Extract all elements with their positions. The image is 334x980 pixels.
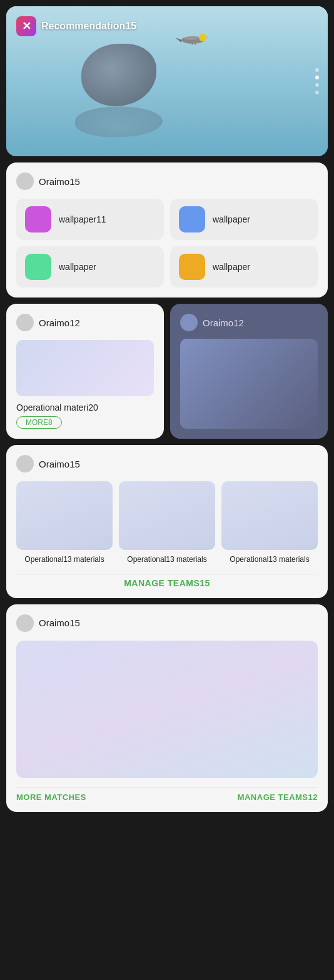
svg-marker-3 (175, 38, 181, 42)
hero-dot-2 (315, 76, 319, 79)
manage-teams-button[interactable]: MANAGE TEAMS15 (16, 574, 318, 588)
card-header-right: Oraimo12 (180, 314, 318, 331)
card-title-right: Oraimo12 (203, 318, 244, 328)
hero-label: ✕ Recommendation15 (16, 16, 136, 36)
card-title-teams: Oraimo15 (39, 459, 80, 469)
teams-card: Oraimo15 Operational13 materials Operati… (6, 445, 328, 598)
team-preview-3 (221, 481, 318, 550)
hero-app-icon: ✕ (16, 16, 36, 36)
wallpaper-card: Oraimo15 wallpaper11 wallpaper wallpaper… (6, 162, 328, 298)
card-header-matches: Oraimo15 (16, 614, 318, 632)
hero-pagination-dots (315, 68, 319, 94)
avatar-matches (16, 614, 34, 632)
wallpaper-thumb-3 (25, 254, 51, 280)
manage-teams-matches-button[interactable]: MANAGE TEAMS12 (238, 792, 318, 802)
card-title-1: Oraimo15 (39, 176, 80, 187)
material-card-left: Oraimo12 Operational materi20 MORE8 (6, 304, 164, 439)
avatar-left (16, 314, 34, 331)
hero-dot-1 (315, 68, 319, 72)
wallpaper-grid: wallpaper11 wallpaper wallpaper wallpape… (16, 199, 318, 288)
more-button-left[interactable]: MORE8 (16, 416, 62, 429)
hero-water (6, 100, 328, 156)
wallpaper-item-3[interactable]: wallpaper (16, 246, 164, 288)
avatar-1 (16, 172, 34, 190)
hero-dot-3 (315, 83, 319, 87)
wallpaper-item-1[interactable]: wallpaper11 (16, 199, 164, 240)
card-header-left: Oraimo12 (16, 314, 154, 331)
team-item-1[interactable]: Operational13 materials (16, 481, 113, 565)
svg-line-6 (195, 44, 196, 45)
card-title-matches: Oraimo15 (39, 618, 80, 628)
team-item-3[interactable]: Operational13 materials (221, 481, 318, 565)
wallpaper-item-2[interactable]: wallpaper (170, 199, 318, 240)
hero-dot-4 (315, 91, 319, 94)
matches-actions: MORE MATCHES MANAGE TEAMS12 (16, 787, 318, 802)
material-label: Operational materi20 (16, 402, 154, 412)
hero-bird (175, 30, 213, 45)
wallpaper-item-4[interactable]: wallpaper (170, 246, 318, 288)
team-label-3: Operational13 materials (230, 555, 309, 565)
avatar-teams (16, 455, 34, 472)
teams-grid: Operational13 materials Operational13 ma… (16, 481, 318, 565)
more-matches-button[interactable]: MORE MATCHES (16, 792, 86, 802)
dark-card-right: Oraimo12 (170, 304, 328, 439)
wallpaper-thumb-1 (25, 206, 51, 232)
card-header-teams: Oraimo15 (16, 455, 318, 472)
svg-point-1 (199, 34, 206, 41)
wallpaper-name-3: wallpaper (59, 262, 96, 272)
material-preview-left (16, 340, 154, 396)
team-preview-1 (16, 481, 113, 550)
matches-preview (16, 641, 318, 778)
card-header-1: Oraimo15 (16, 172, 318, 190)
wallpaper-name-4: wallpaper (213, 262, 250, 272)
team-label-1: Operational13 materials (24, 555, 104, 565)
svg-marker-2 (206, 37, 210, 38)
hero-title: Recommendation15 (41, 21, 136, 32)
matches-card: Oraimo15 MORE MATCHES MANAGE TEAMS12 (6, 604, 328, 812)
two-col-section: Oraimo12 Operational materi20 MORE8 Orai… (6, 304, 328, 439)
wallpaper-thumb-2 (179, 206, 205, 232)
wallpaper-name-2: wallpaper (213, 214, 250, 224)
team-preview-2 (119, 481, 215, 550)
card-title-left: Oraimo12 (39, 318, 80, 328)
team-item-2[interactable]: Operational13 materials (119, 481, 215, 565)
team-label-2: Operational13 materials (127, 555, 206, 565)
dark-preview (180, 339, 318, 429)
wallpaper-thumb-4 (179, 254, 205, 280)
avatar-right (180, 314, 198, 331)
svg-line-5 (191, 44, 193, 45)
svg-point-4 (184, 36, 199, 40)
wallpaper-name-1: wallpaper11 (59, 214, 106, 224)
hero-card: ✕ Recommendation15 (6, 6, 328, 156)
